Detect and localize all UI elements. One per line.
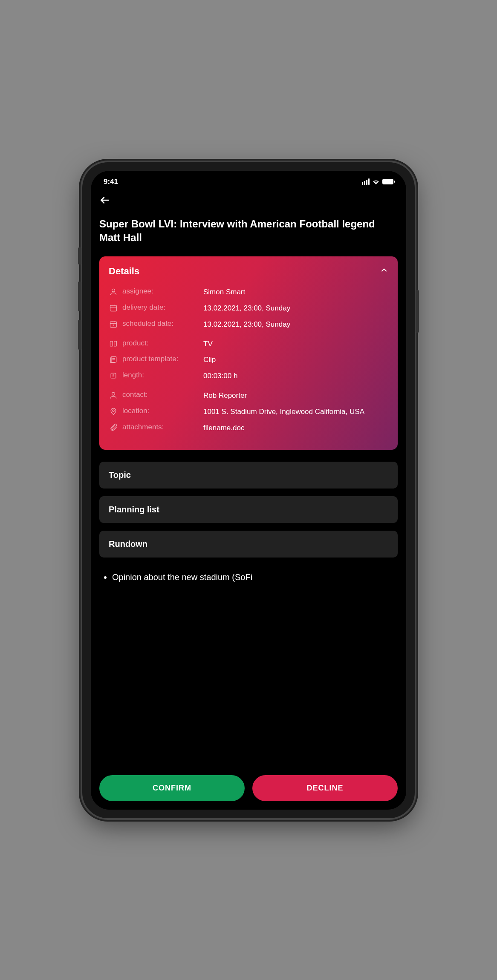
battery-icon [382, 179, 393, 184]
svg-point-19 [113, 410, 114, 411]
footer-actions: CONFIRM DECLINE [91, 767, 406, 810]
svg-point-18 [112, 392, 115, 395]
duration-icon: 5 [109, 371, 118, 380]
status-time: 9:41 [104, 178, 118, 186]
calendar-check-icon [109, 319, 118, 329]
details-heading: Details [109, 266, 139, 277]
detail-row-assignee: assignee: Simon Smart [109, 287, 388, 297]
detail-row-product-template: product template: Clip [109, 355, 388, 365]
phone-side-button [78, 282, 81, 311]
person-icon [109, 287, 118, 296]
section-title: Topic [109, 470, 131, 480]
svg-rect-11 [110, 341, 113, 346]
wifi-icon [372, 179, 380, 185]
notch [206, 171, 291, 184]
detail-label: product: [122, 339, 199, 348]
detail-row-location: location: 1001 S. Stadium Drive, Inglewo… [109, 407, 388, 417]
detail-label: location: [122, 407, 199, 415]
notes-list: Opinion about the new stadium (SoFi [99, 565, 398, 583]
chevron-up-icon [380, 266, 388, 277]
calendar-icon [109, 303, 118, 313]
details-header[interactable]: Details [109, 266, 388, 277]
detail-value: Simon Smart [203, 287, 245, 297]
status-indicators [362, 178, 393, 185]
location-pin-icon [109, 407, 118, 416]
detail-row-length: 5 length: 00:03:00 h [109, 371, 388, 381]
person-icon [109, 391, 118, 400]
section-title: Rundown [109, 539, 147, 549]
svg-rect-12 [114, 341, 117, 346]
detail-label: product template: [122, 355, 199, 363]
phone-side-button [78, 320, 81, 350]
section-rundown[interactable]: Rundown [99, 531, 398, 558]
detail-label: assignee: [122, 287, 199, 296]
detail-label: delivery date: [122, 303, 199, 312]
note-item: Opinion about the new stadium (SoFi [112, 571, 393, 583]
detail-value: filename.doc [203, 423, 244, 433]
svg-rect-13 [111, 357, 116, 362]
phone-frame: 9:41 Super Bowl LVI: Interview with Amer… [82, 162, 415, 818]
detail-value: 13.02.2021, 23:00, Sunday [203, 319, 290, 330]
svg-point-10 [113, 325, 114, 326]
detail-value: TV [203, 339, 213, 349]
detail-row-scheduled-date: scheduled date: 13.02.2021, 23:00, Sunda… [109, 319, 388, 330]
detail-value: 00:03:00 h [203, 371, 237, 381]
phone-side-button [78, 247, 81, 264]
phone-side-button [416, 290, 419, 333]
detail-row-contact: contact: Rob Reporter [109, 391, 388, 401]
decline-button[interactable]: DECLINE [252, 775, 398, 801]
svg-rect-2 [110, 305, 117, 311]
svg-text:5: 5 [113, 374, 115, 378]
screen: 9:41 Super Bowl LVI: Interview with Amer… [91, 171, 406, 810]
confirm-button[interactable]: CONFIRM [99, 775, 245, 801]
section-title: Planning list [109, 505, 159, 514]
template-icon [109, 355, 118, 364]
detail-value: 13.02.2021, 23:00, Sunday [203, 303, 290, 313]
section-topic[interactable]: Topic [99, 462, 398, 489]
details-card: Details assignee: Simon Smart delivery d… [99, 256, 398, 450]
detail-value: 1001 S. Stadium Drive, Inglewood Califor… [203, 407, 364, 417]
section-planning-list[interactable]: Planning list [99, 496, 398, 523]
svg-point-1 [112, 289, 115, 292]
detail-value: Clip [203, 355, 216, 365]
detail-label: contact: [122, 391, 199, 399]
cellular-signal-icon [362, 178, 370, 185]
content: Super Bowl LVI: Interview with American … [91, 217, 406, 637]
detail-label: length: [122, 371, 199, 379]
detail-row-product: product: TV [109, 339, 388, 349]
page-title: Super Bowl LVI: Interview with American … [99, 217, 398, 245]
detail-label: attachments: [122, 423, 199, 431]
detail-value: Rob Reporter [203, 391, 247, 401]
paperclip-icon [109, 423, 118, 432]
detail-row-attachments: attachments: filename.doc [109, 423, 388, 433]
detail-label: scheduled date: [122, 319, 199, 328]
devices-icon [109, 339, 118, 348]
detail-row-delivery-date: delivery date: 13.02.2021, 23:00, Sunday [109, 303, 388, 313]
back-arrow-icon[interactable] [99, 195, 110, 209]
header [91, 190, 406, 217]
